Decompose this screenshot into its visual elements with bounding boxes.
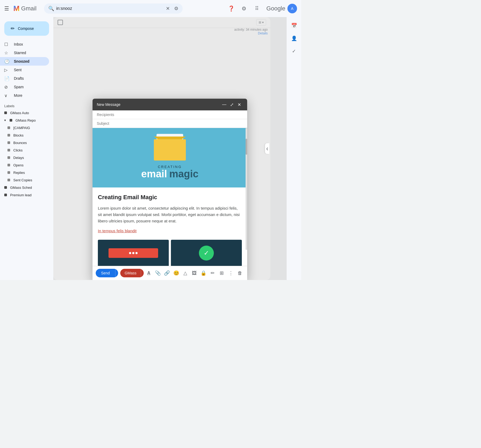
sidebar-item-drafts[interactable]: 📄 Drafts [0,74,49,83]
label-opens[interactable]: Opens [0,161,49,169]
card-dot-2 [132,252,134,254]
subject-input[interactable] [97,121,243,126]
banner-email-magic-text: email magic [141,169,199,179]
signature-button[interactable]: ✏ [209,268,217,278]
send-label[interactable]: Send [96,269,115,277]
main-layout: ✏ Compose ☐ Inbox ☆ Starred 🕐 Snoozed ▷ … [0,17,301,280]
minimize-button[interactable]: — [221,101,228,108]
format-text-button[interactable]: A [145,268,153,278]
label-bounces[interactable]: Bounces [0,139,49,146]
image-icon: 🖼 [192,270,197,276]
sidebar-item-snoozed[interactable]: 🕐 Snoozed [0,57,49,66]
inbox-icon: ☐ [4,42,10,47]
search-bar[interactable]: 🔍 ✕ ⚙ [44,3,183,14]
right-panel-icon-2[interactable]: 👤 [289,33,299,44]
subject-field[interactable] [93,119,247,128]
pen-icon: ✏ [211,270,215,276]
label-dot-icon [4,194,7,196]
more-options-button[interactable]: ⋮ [227,268,235,278]
sidebar-item-more[interactable]: ∨ More [0,91,49,100]
label-premium-lead[interactable]: Premium lead [0,191,49,199]
email-cards-row: ✓ [93,240,247,266]
label-campaign[interactable]: [CAMPAIG [0,124,49,131]
label-dot-icon [7,164,10,166]
search-input[interactable] [56,6,164,11]
send-dropdown-icon[interactable]: ▾ [115,269,118,277]
link-icon: 🔗 [164,270,170,276]
lock-button[interactable]: 🔒 [199,268,207,278]
attach-icon: 📎 [155,270,161,276]
banner-email-word: email [141,169,167,179]
more-icon: ∨ [4,93,10,98]
trash-icon: 🗑 [238,270,242,276]
google-logo: Google [266,5,285,12]
gmass-dropdown-icon[interactable]: ▾ [141,269,144,277]
compose-dialog: New Message — ⤢ ✕ [93,99,247,280]
sidebar-item-starred[interactable]: ☆ Starred [0,49,49,57]
drive-button[interactable]: △ [181,268,189,278]
hamburger-icon[interactable]: ☰ [4,5,9,12]
scroll-thumb[interactable] [246,139,247,155]
snoozed-icon: 🕐 [4,59,10,64]
card-red-bar [109,248,158,258]
label-gmass-sched[interactable]: GMass Sched [0,184,49,191]
search-icon: 🔍 [48,6,54,11]
star-icon: ☆ [4,50,10,55]
format-icon: A [147,271,150,275]
search-filter-icon[interactable]: ⚙ [174,6,178,11]
checkmark-icon: ✓ [204,249,209,257]
emoji-button[interactable]: 😊 [172,268,180,278]
label-sent-copies[interactable]: Sent Copies [0,176,49,184]
lock-icon: 🔒 [201,270,206,276]
drafts-icon: 📄 [4,76,10,81]
table-button[interactable]: ⊞ [218,268,226,278]
recipients-field[interactable] [93,110,247,119]
drive-icon: △ [183,270,187,276]
right-panel-icon-3[interactable]: ✓ [289,46,299,57]
send-button[interactable]: Send ▾ [96,269,118,277]
label-dot-icon [7,141,10,144]
envelope-illustration [154,137,186,161]
label-dot-icon [7,171,10,174]
label-blocks[interactable]: Blocks [0,131,49,139]
settings-icon-btn[interactable]: ⚙ [239,3,249,14]
email-link[interactable]: In tempus felis blandit [98,229,137,233]
gmail-text: Gmail [21,5,36,12]
table-icon: ⊞ [220,270,224,276]
content-area: ⊞ ▾ activity: 34 minutes ago Details ❮ N… [53,17,286,280]
sidebar-item-sent[interactable]: ▷ Sent [0,66,49,74]
label-dot-icon [7,156,10,159]
compose-toolbar: Send ▾ GMass ▾ A 📎 🔗 😊 [93,266,247,280]
label-replies[interactable]: Replies [0,169,49,176]
card-dot-1 [129,252,131,254]
card-dot-3 [135,252,138,254]
gmass-button[interactable]: GMass ▾ [120,269,144,277]
right-panel-icon-1[interactable]: 📅 [289,20,299,31]
label-delays[interactable]: Delays [0,154,49,161]
label-gmass-repo[interactable]: ▾ GMass Repo [0,117,49,124]
right-panel: 📅 👤 ✓ [286,17,301,280]
insert-image-button[interactable]: 🖼 [190,268,198,278]
avatar[interactable]: A [287,4,297,13]
expand-button[interactable]: ⤢ [228,101,235,108]
sidebar-item-spam[interactable]: ⊘ Spam [0,83,49,91]
help-icon-btn[interactable]: ❓ [226,3,237,14]
apps-icon-btn[interactable]: ⠿ [251,3,262,14]
gmass-label[interactable]: GMass [120,269,141,277]
collapse-panel-arrow[interactable]: ❮ [265,143,269,154]
insert-link-button[interactable]: 🔗 [163,268,171,278]
email-banner: CREATING email magic [93,128,247,187]
sent-icon: ▷ [4,67,10,73]
label-clicks[interactable]: Clicks [0,146,49,154]
recipients-input[interactable] [97,113,243,117]
sidebar-item-inbox[interactable]: ☐ Inbox [0,40,49,49]
compose-fields [93,110,247,128]
close-compose-button[interactable]: ✕ [235,101,243,108]
attach-file-button[interactable]: 📎 [154,268,162,278]
compose-label: Compose [18,26,34,31]
compose-button[interactable]: ✏ Compose [4,21,49,36]
search-clear-icon[interactable]: ✕ [166,6,170,11]
discard-button[interactable]: 🗑 [236,268,244,278]
label-dot-icon [4,111,7,114]
label-gmass-auto[interactable]: GMass Auto [0,109,49,117]
